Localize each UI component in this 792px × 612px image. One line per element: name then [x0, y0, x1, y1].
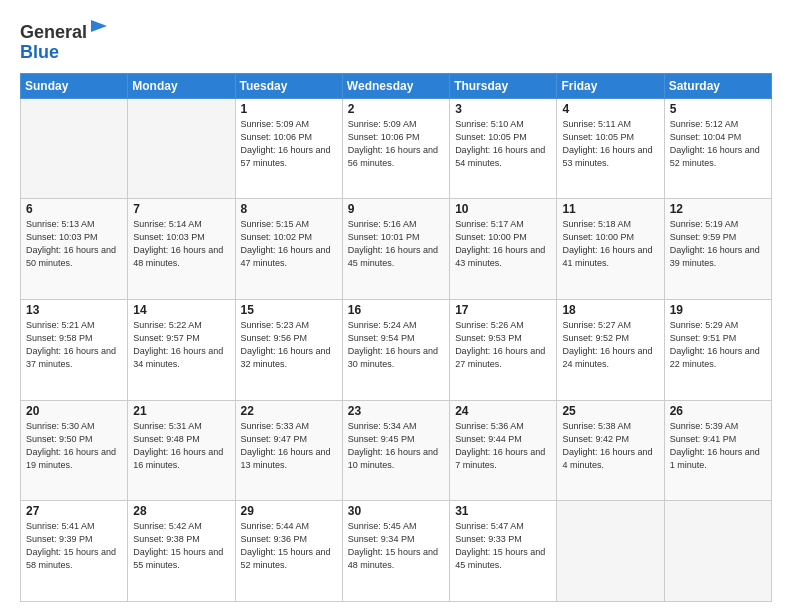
day-info: Sunrise: 5:09 AM Sunset: 10:06 PM Daylig… — [348, 118, 444, 170]
calendar-cell: 5Sunrise: 5:12 AM Sunset: 10:04 PM Dayli… — [664, 98, 771, 199]
weekday-header: Thursday — [450, 73, 557, 98]
calendar-cell: 6Sunrise: 5:13 AM Sunset: 10:03 PM Dayli… — [21, 199, 128, 300]
calendar-week-row: 13Sunrise: 5:21 AM Sunset: 9:58 PM Dayli… — [21, 299, 772, 400]
day-number: 16 — [348, 303, 444, 317]
calendar-cell: 12Sunrise: 5:19 AM Sunset: 9:59 PM Dayli… — [664, 199, 771, 300]
calendar-cell — [128, 98, 235, 199]
calendar-cell: 27Sunrise: 5:41 AM Sunset: 9:39 PM Dayli… — [21, 501, 128, 602]
calendar-cell: 16Sunrise: 5:24 AM Sunset: 9:54 PM Dayli… — [342, 299, 449, 400]
page: General Blue SundayMondayTuesdayWednesda… — [0, 0, 792, 612]
day-info: Sunrise: 5:11 AM Sunset: 10:05 PM Daylig… — [562, 118, 658, 170]
day-info: Sunrise: 5:22 AM Sunset: 9:57 PM Dayligh… — [133, 319, 229, 371]
calendar-cell: 26Sunrise: 5:39 AM Sunset: 9:41 PM Dayli… — [664, 400, 771, 501]
day-number: 6 — [26, 202, 122, 216]
weekday-header: Friday — [557, 73, 664, 98]
day-info: Sunrise: 5:41 AM Sunset: 9:39 PM Dayligh… — [26, 520, 122, 572]
day-number: 4 — [562, 102, 658, 116]
calendar-cell: 13Sunrise: 5:21 AM Sunset: 9:58 PM Dayli… — [21, 299, 128, 400]
day-number: 20 — [26, 404, 122, 418]
svg-marker-0 — [91, 20, 107, 32]
calendar-cell — [557, 501, 664, 602]
day-number: 28 — [133, 504, 229, 518]
day-info: Sunrise: 5:29 AM Sunset: 9:51 PM Dayligh… — [670, 319, 766, 371]
day-number: 23 — [348, 404, 444, 418]
logo-blue: Blue — [20, 42, 59, 62]
day-number: 2 — [348, 102, 444, 116]
calendar-cell: 20Sunrise: 5:30 AM Sunset: 9:50 PM Dayli… — [21, 400, 128, 501]
calendar-week-row: 1Sunrise: 5:09 AM Sunset: 10:06 PM Dayli… — [21, 98, 772, 199]
day-number: 10 — [455, 202, 551, 216]
day-info: Sunrise: 5:27 AM Sunset: 9:52 PM Dayligh… — [562, 319, 658, 371]
calendar-cell — [21, 98, 128, 199]
calendar-cell: 14Sunrise: 5:22 AM Sunset: 9:57 PM Dayli… — [128, 299, 235, 400]
day-info: Sunrise: 5:31 AM Sunset: 9:48 PM Dayligh… — [133, 420, 229, 472]
calendar-cell: 4Sunrise: 5:11 AM Sunset: 10:05 PM Dayli… — [557, 98, 664, 199]
calendar-cell: 21Sunrise: 5:31 AM Sunset: 9:48 PM Dayli… — [128, 400, 235, 501]
calendar-cell: 22Sunrise: 5:33 AM Sunset: 9:47 PM Dayli… — [235, 400, 342, 501]
day-number: 14 — [133, 303, 229, 317]
day-info: Sunrise: 5:19 AM Sunset: 9:59 PM Dayligh… — [670, 218, 766, 270]
day-info: Sunrise: 5:38 AM Sunset: 9:42 PM Dayligh… — [562, 420, 658, 472]
day-info: Sunrise: 5:15 AM Sunset: 10:02 PM Daylig… — [241, 218, 337, 270]
day-number: 17 — [455, 303, 551, 317]
day-number: 9 — [348, 202, 444, 216]
day-number: 7 — [133, 202, 229, 216]
calendar-header-row: SundayMondayTuesdayWednesdayThursdayFrid… — [21, 73, 772, 98]
day-info: Sunrise: 5:42 AM Sunset: 9:38 PM Dayligh… — [133, 520, 229, 572]
day-number: 11 — [562, 202, 658, 216]
day-number: 1 — [241, 102, 337, 116]
day-info: Sunrise: 5:34 AM Sunset: 9:45 PM Dayligh… — [348, 420, 444, 472]
calendar-cell: 8Sunrise: 5:15 AM Sunset: 10:02 PM Dayli… — [235, 199, 342, 300]
day-info: Sunrise: 5:12 AM Sunset: 10:04 PM Daylig… — [670, 118, 766, 170]
day-info: Sunrise: 5:24 AM Sunset: 9:54 PM Dayligh… — [348, 319, 444, 371]
day-info: Sunrise: 5:45 AM Sunset: 9:34 PM Dayligh… — [348, 520, 444, 572]
day-info: Sunrise: 5:18 AM Sunset: 10:00 PM Daylig… — [562, 218, 658, 270]
day-info: Sunrise: 5:33 AM Sunset: 9:47 PM Dayligh… — [241, 420, 337, 472]
day-info: Sunrise: 5:47 AM Sunset: 9:33 PM Dayligh… — [455, 520, 551, 572]
day-info: Sunrise: 5:13 AM Sunset: 10:03 PM Daylig… — [26, 218, 122, 270]
day-number: 26 — [670, 404, 766, 418]
logo-flag-icon — [89, 18, 109, 38]
day-number: 5 — [670, 102, 766, 116]
day-info: Sunrise: 5:21 AM Sunset: 9:58 PM Dayligh… — [26, 319, 122, 371]
calendar-cell: 2Sunrise: 5:09 AM Sunset: 10:06 PM Dayli… — [342, 98, 449, 199]
day-number: 18 — [562, 303, 658, 317]
day-number: 13 — [26, 303, 122, 317]
weekday-header: Saturday — [664, 73, 771, 98]
weekday-header: Monday — [128, 73, 235, 98]
day-number: 30 — [348, 504, 444, 518]
day-info: Sunrise: 5:26 AM Sunset: 9:53 PM Dayligh… — [455, 319, 551, 371]
calendar-cell: 3Sunrise: 5:10 AM Sunset: 10:05 PM Dayli… — [450, 98, 557, 199]
logo-text: General Blue — [20, 18, 109, 63]
day-number: 15 — [241, 303, 337, 317]
day-number: 22 — [241, 404, 337, 418]
calendar-cell: 10Sunrise: 5:17 AM Sunset: 10:00 PM Dayl… — [450, 199, 557, 300]
calendar-week-row: 20Sunrise: 5:30 AM Sunset: 9:50 PM Dayli… — [21, 400, 772, 501]
calendar-cell — [664, 501, 771, 602]
day-info: Sunrise: 5:14 AM Sunset: 10:03 PM Daylig… — [133, 218, 229, 270]
calendar-cell: 18Sunrise: 5:27 AM Sunset: 9:52 PM Dayli… — [557, 299, 664, 400]
calendar-cell: 28Sunrise: 5:42 AM Sunset: 9:38 PM Dayli… — [128, 501, 235, 602]
calendar-cell: 29Sunrise: 5:44 AM Sunset: 9:36 PM Dayli… — [235, 501, 342, 602]
day-info: Sunrise: 5:16 AM Sunset: 10:01 PM Daylig… — [348, 218, 444, 270]
calendar-week-row: 6Sunrise: 5:13 AM Sunset: 10:03 PM Dayli… — [21, 199, 772, 300]
calendar-cell: 17Sunrise: 5:26 AM Sunset: 9:53 PM Dayli… — [450, 299, 557, 400]
day-number: 8 — [241, 202, 337, 216]
day-number: 19 — [670, 303, 766, 317]
weekday-header: Tuesday — [235, 73, 342, 98]
day-info: Sunrise: 5:30 AM Sunset: 9:50 PM Dayligh… — [26, 420, 122, 472]
calendar-cell: 1Sunrise: 5:09 AM Sunset: 10:06 PM Dayli… — [235, 98, 342, 199]
calendar-table: SundayMondayTuesdayWednesdayThursdayFrid… — [20, 73, 772, 602]
day-info: Sunrise: 5:09 AM Sunset: 10:06 PM Daylig… — [241, 118, 337, 170]
day-number: 31 — [455, 504, 551, 518]
day-number: 24 — [455, 404, 551, 418]
logo: General Blue — [20, 18, 109, 63]
calendar-cell: 11Sunrise: 5:18 AM Sunset: 10:00 PM Dayl… — [557, 199, 664, 300]
day-info: Sunrise: 5:23 AM Sunset: 9:56 PM Dayligh… — [241, 319, 337, 371]
day-number: 3 — [455, 102, 551, 116]
weekday-header: Sunday — [21, 73, 128, 98]
calendar-cell: 31Sunrise: 5:47 AM Sunset: 9:33 PM Dayli… — [450, 501, 557, 602]
calendar-cell: 23Sunrise: 5:34 AM Sunset: 9:45 PM Dayli… — [342, 400, 449, 501]
logo-general: General — [20, 22, 87, 42]
day-number: 27 — [26, 504, 122, 518]
